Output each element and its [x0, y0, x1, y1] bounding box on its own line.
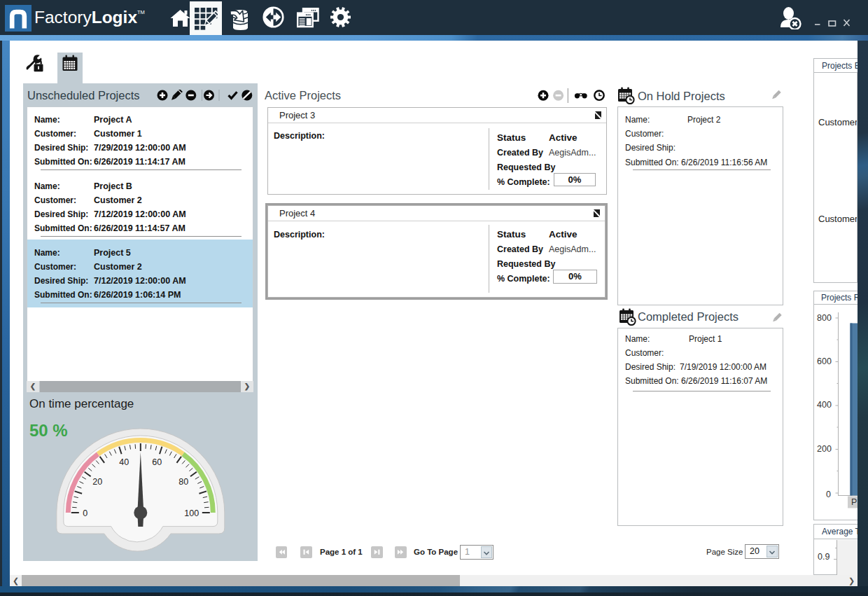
svg-text:20: 20 [92, 477, 102, 487]
svg-text:60: 60 [152, 457, 162, 467]
svg-text:80: 80 [178, 477, 188, 487]
svg-text:40: 40 [119, 457, 129, 467]
svg-text:100: 100 [184, 508, 199, 518]
svg-text:P: P [851, 497, 857, 507]
svg-text:0: 0 [83, 508, 88, 518]
